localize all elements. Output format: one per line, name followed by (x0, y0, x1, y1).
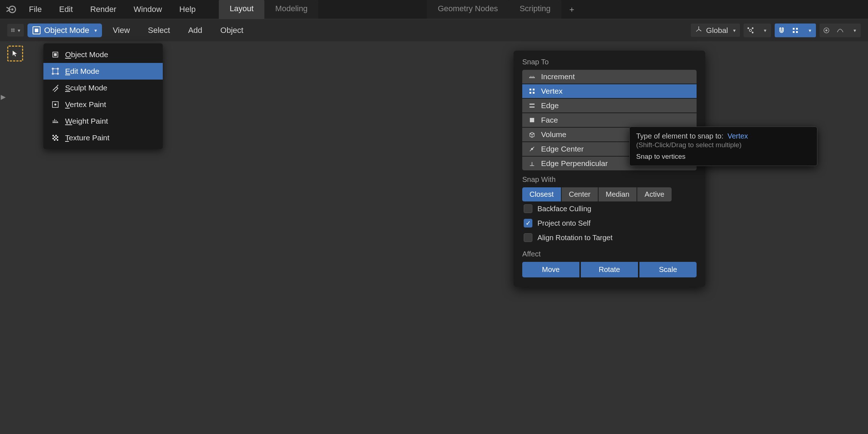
mode-item-vertex-paint[interactable]: Vertex Paint (43, 96, 163, 113)
svg-point-11 (826, 30, 827, 31)
add-workspace-button[interactable]: ＋ (561, 0, 582, 19)
mode-item-edit-mode[interactable]: Edit Mode (43, 63, 163, 80)
orientation-button[interactable]: Global ▾ (691, 24, 740, 37)
tooltip-desc: Snap to vertices (636, 153, 810, 161)
svg-rect-32 (533, 92, 535, 94)
menu-help[interactable]: Help (171, 5, 204, 14)
header-menu-object[interactable]: Object (213, 26, 251, 35)
check-project-onto-self[interactable]: ✓Project onto Self (522, 216, 697, 230)
menu-window[interactable]: Window (125, 5, 171, 14)
edge-icon (528, 102, 536, 110)
mode-dropdown-label: Object Mode (44, 26, 89, 35)
sculpt-mode-icon (51, 83, 60, 93)
mode-item-object-mode[interactable]: Object Mode (43, 46, 163, 63)
tooltip-prefix: Type of element to snap to: (636, 132, 723, 140)
mode-item-texture-paint[interactable]: Texture Paint (43, 129, 163, 146)
svg-point-20 (55, 104, 56, 105)
object-mode-icon (51, 50, 60, 59)
affect-scale[interactable]: Scale (639, 262, 697, 277)
svg-rect-25 (52, 138, 54, 139)
mode-item-weight-paint[interactable]: Weight Paint (43, 113, 163, 129)
snap-item-vertex[interactable]: Vertex (522, 84, 697, 98)
svg-rect-6 (793, 28, 795, 30)
svg-rect-33 (530, 118, 534, 122)
svg-rect-23 (54, 136, 55, 138)
svg-point-5 (752, 32, 753, 33)
mode-item-label: Edit Mode (65, 67, 99, 76)
affect-rotate[interactable]: Rotate (581, 262, 638, 277)
snap-to-label: Snap To (522, 58, 697, 66)
vertex-paint-icon (51, 100, 60, 109)
header-menu-add[interactable]: Add (181, 26, 209, 35)
header-menu-select[interactable]: Select (141, 26, 177, 35)
menu-file[interactable]: File (25, 5, 50, 14)
tooltip-hint: (Shift-Click/Drag to select multiple) (636, 141, 810, 149)
snap-with-label: Snap With (522, 175, 697, 184)
check-label: Backface Culling (537, 205, 591, 213)
svg-rect-14 (53, 69, 58, 74)
tooltip-value: Vertex (727, 132, 748, 140)
snap-mode-button[interactable] (788, 24, 802, 37)
checkbox-icon (524, 204, 532, 213)
snap-with-active[interactable]: Active (637, 187, 671, 201)
tab-layout[interactable]: Layout (219, 0, 264, 19)
snap-dropdown-button[interactable]: ▾ (802, 24, 816, 37)
tab-modeling[interactable]: Modeling (264, 0, 318, 19)
svg-point-16 (57, 68, 59, 69)
proportional-edit-button[interactable] (820, 24, 833, 37)
pivot-button[interactable] (744, 24, 757, 37)
svg-rect-8 (793, 31, 795, 33)
object-mode-icon (33, 26, 41, 34)
face-icon (528, 116, 536, 124)
snap-with-center[interactable]: Center (562, 187, 598, 201)
checkbox-icon (524, 233, 532, 242)
affect-group: MoveRotateScale (522, 262, 697, 277)
texture-paint-icon (51, 133, 60, 142)
svg-point-4 (752, 27, 753, 29)
snap-item-edge[interactable]: Edge (522, 99, 697, 112)
svg-rect-21 (52, 135, 54, 136)
check-label: Project onto Self (537, 219, 591, 227)
affect-move[interactable]: Move (522, 262, 579, 277)
mode-item-label: Vertex Paint (65, 100, 106, 109)
menu-render[interactable]: Render (81, 5, 125, 14)
snap-with-median[interactable]: Median (599, 187, 637, 201)
tab-scripting[interactable]: Scripting (509, 0, 562, 19)
svg-point-1 (11, 8, 13, 10)
mode-dropdown-button[interactable]: Object Mode ▾ (27, 24, 102, 37)
editor-type-button[interactable]: ⌗ ▾ (7, 24, 24, 37)
top-menu-bar: File Edit Render Window Help Layout Mode… (0, 0, 868, 19)
svg-rect-29 (529, 89, 531, 90)
proportional-dropdown-button[interactable]: ▾ (847, 24, 861, 37)
proportional-falloff-button[interactable] (833, 24, 847, 37)
header-menu-view[interactable]: View (106, 26, 137, 35)
mode-item-label: Weight Paint (65, 117, 108, 125)
svg-rect-7 (796, 28, 798, 30)
check-backface-culling[interactable]: Backface Culling (522, 201, 697, 216)
svg-rect-31 (529, 92, 531, 94)
edit-mode-icon (51, 67, 60, 76)
tab-geometry-nodes[interactable]: Geometry Nodes (427, 0, 509, 19)
svg-point-17 (52, 73, 54, 75)
orientation-label: Global (706, 26, 728, 35)
svg-rect-24 (57, 136, 58, 138)
mode-item-sculpt-mode[interactable]: Sculpt Mode (43, 80, 163, 96)
orientation-icon (695, 26, 702, 35)
checkbox-icon: ✓ (524, 219, 532, 227)
check-align-rotation-to-target[interactable]: Align Rotation to Target (522, 230, 697, 245)
snap-tooltip: Type of element to snap to: Vertex (Shif… (629, 127, 817, 166)
weight-paint-icon (51, 116, 60, 126)
menu-edit[interactable]: Edit (50, 5, 81, 14)
toolbar-expand-icon[interactable]: ▶ (0, 90, 7, 103)
pivot-dropdown-button[interactable]: ▾ (757, 24, 771, 37)
snap-item-face[interactable]: Face (522, 113, 697, 127)
select-tool-button[interactable] (7, 46, 23, 61)
svg-point-2 (749, 29, 752, 31)
chevron-down-icon: ▾ (809, 27, 811, 33)
chevron-down-icon: ▾ (733, 27, 736, 33)
snap-toggle-button[interactable] (775, 24, 788, 37)
edge-perp-icon (528, 159, 536, 167)
snap-with-closest[interactable]: Closest (522, 187, 561, 201)
snap-item-increment[interactable]: Increment (522, 70, 697, 84)
svg-point-34 (531, 148, 533, 150)
